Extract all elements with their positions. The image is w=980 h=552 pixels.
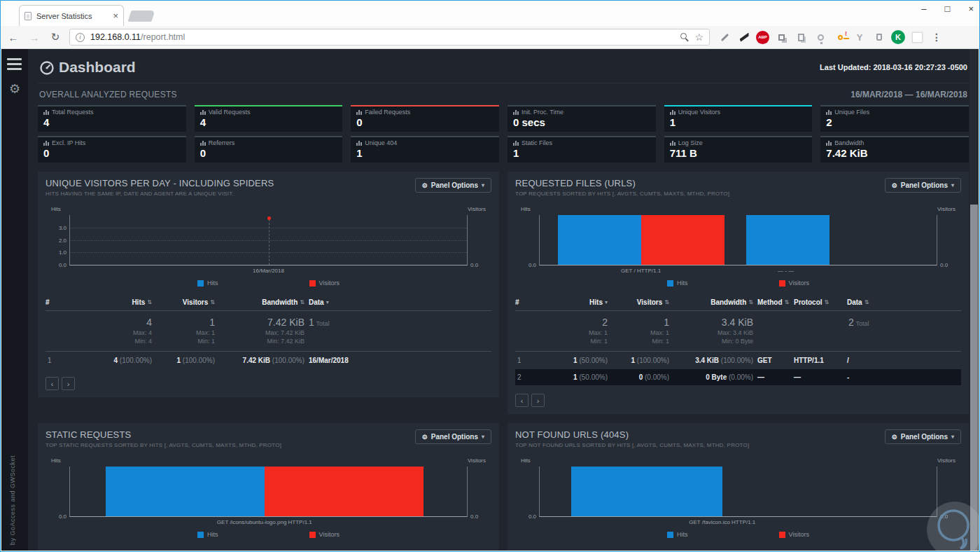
panel-options-button[interactable]: ⚙Panel Options▾ (415, 178, 491, 193)
column-header-bandwidth[interactable]: Bandwidth⇅ (200, 550, 284, 551)
address-bar[interactable]: i 192.168.0.11/report.html ☆ (69, 29, 710, 46)
browser-menu-icon[interactable]: ⋮ (929, 29, 944, 45)
column-header-protocol[interactable]: Protocol⇅ (324, 550, 377, 551)
column-header-index[interactable]: # (515, 550, 543, 551)
hamburger-menu-icon[interactable] (7, 58, 22, 70)
card-valid-requests: Valid Requests4 (195, 105, 343, 132)
forward-button[interactable]: → (27, 32, 41, 43)
stylus-extension-icon[interactable] (717, 29, 732, 45)
prev-page-button[interactable]: ‹ (515, 394, 528, 407)
column-header-index[interactable]: # (515, 298, 543, 306)
column-header-data[interactable]: Data⇅ (847, 298, 961, 306)
y-tick: 2.0 (51, 237, 66, 243)
panel-options-button[interactable]: ⚙Panel Options▾ (885, 429, 961, 444)
bar-chart-icon (513, 110, 519, 115)
keepass-extension-icon[interactable]: K (891, 30, 905, 44)
screenshot-extension-icon[interactable] (736, 29, 752, 45)
summary-row: 4Max: 4Min: 4 1Max: 1Min: 1 7.42 KiBMax:… (46, 311, 491, 352)
bookmark-star-icon[interactable]: ☆ (694, 32, 704, 43)
column-header-method[interactable]: Method⇅ (753, 550, 794, 551)
chart-legend: Hits Visitors (48, 531, 489, 538)
static-requests-bar-chart[interactable]: Hits Visitors 0.0 0.0 GET /icons/ubuntu-… (48, 467, 489, 538)
prev-page-button[interactable]: ‹ (46, 377, 59, 390)
table-row[interactable]: 1 1 (50.00%) 1 (100.00%) 3.4 KiB (100.00… (515, 352, 961, 368)
column-header-data[interactable]: Data▾ (304, 298, 491, 306)
zoom-icon[interactable] (680, 33, 689, 41)
back-button[interactable]: ← (6, 32, 20, 43)
column-header-visitors[interactable]: Visitors⇅ (608, 298, 669, 306)
visitors-data-point[interactable] (267, 216, 271, 220)
column-header-bandwidth[interactable]: Bandwidth⇅ (669, 298, 753, 306)
hits-bar[interactable] (106, 467, 265, 516)
column-header-visitors[interactable]: Visitors⇅ (152, 298, 215, 306)
visitors-line-chart[interactable]: Hits Visitors 3.0 2.0 1.0 0.0 0.0 16/Mar… (48, 215, 489, 287)
maximize-button[interactable]: □ (945, 4, 951, 14)
column-header-protocol[interactable]: Protocol⇅ (794, 298, 847, 306)
column-header-hits[interactable]: Hits▾ (543, 298, 608, 306)
settings-gear-icon[interactable]: ⚙ (1, 81, 28, 97)
table-row[interactable]: 2 1 (50.00%) 0 (0.00%) 0 Byte (0.00%) — … (515, 368, 961, 385)
scrollbar-thumb[interactable] (970, 205, 978, 551)
not-found-table: # Hits▾ Visitors⇅ Bandwidth⇅ Method⇅ Pro… (515, 548, 961, 551)
y-axis-label-hits: Hits (51, 206, 61, 212)
page-info-icon[interactable]: i (76, 33, 85, 42)
blank-extension-icon[interactable] (909, 29, 925, 45)
column-header-hits[interactable]: Hits▾ (74, 550, 138, 551)
card-value: 7.42 KiB (826, 147, 963, 159)
column-header-index[interactable]: # (46, 298, 82, 306)
adblock-extension-icon[interactable]: ABP (756, 31, 769, 44)
antenna-extension-icon[interactable]: Y (852, 29, 867, 45)
hits-legend-swatch (197, 532, 204, 538)
browser-titlebar: Server Statistics × – □ × (1, 1, 979, 26)
next-page-button[interactable]: › (531, 394, 545, 407)
hits-bar[interactable] (558, 215, 641, 265)
column-header-data[interactable]: Data⇅ (377, 550, 491, 551)
minimize-button[interactable]: – (921, 4, 926, 14)
hits-legend-swatch (667, 280, 673, 287)
panel-unique-visitors: UNIQUE VISITORS PER DAY - INCLUDING SPID… (38, 172, 499, 397)
not-found-bar-chart[interactable]: Hits Visitors 0.0 0.0 GET /favicon.ico H… (518, 467, 958, 538)
x-tick-category: GET /favicon.ico HTTP/1.1 (689, 519, 755, 525)
table-row[interactable]: 1 4 (100.00%) 1 (100.00%) 7.42 KiB (100.… (46, 352, 491, 368)
windows-extension-icon[interactable] (774, 29, 789, 45)
requested-files-bar-chart[interactable]: Hits Visitors 0.0 0.0 GET / HTTP/1.1 — -… (518, 215, 958, 287)
hits-bar[interactable] (571, 467, 722, 516)
column-header-index[interactable]: # (46, 550, 74, 551)
visitors-bar[interactable] (265, 467, 424, 516)
tab-close-icon[interactable]: × (113, 11, 118, 21)
column-header-method[interactable]: Method⇅ (284, 550, 324, 551)
column-header-visitors[interactable]: Visitors⇅ (138, 550, 200, 551)
column-header-visitors[interactable]: Visitors⇅ (608, 550, 669, 551)
refresh-button[interactable]: ↻ (48, 31, 62, 43)
gear-icon: ⚙ (422, 434, 428, 441)
column-header-bandwidth[interactable]: Bandwidth⇅ (669, 550, 753, 551)
column-header-hits[interactable]: Hits⇅ (82, 298, 152, 306)
x-tick-category: GET / HTTP/1.1 (621, 268, 661, 274)
y-tick: 3.0 (51, 224, 66, 230)
copy-extension-icon[interactable] (793, 29, 808, 45)
close-button[interactable]: × (968, 4, 974, 14)
card-value: 4 (43, 116, 181, 128)
new-tab-button[interactable] (127, 11, 155, 22)
summary-row: 2Max: 1Min: 1 1Max: 1Min: 1 3.4 KiBMax: … (515, 311, 961, 352)
hits-bar[interactable] (746, 215, 830, 265)
card-label: Bandwidth (834, 139, 864, 146)
key-extension-icon[interactable]: ! (832, 29, 848, 45)
scrollbar-track[interactable] (969, 49, 979, 551)
column-header-method[interactable]: Method⇅ (753, 298, 794, 306)
bin-extension-icon[interactable] (872, 29, 887, 45)
visitors-legend-swatch (309, 280, 316, 287)
card-value: 2 (826, 116, 963, 128)
card-label: Valid Requests (209, 109, 251, 116)
sort-icon: ⇅ (825, 299, 830, 305)
panel-options-button[interactable]: ⚙Panel Options▾ (415, 429, 491, 444)
lightbulb-extension-icon[interactable] (813, 29, 828, 45)
panel-subtitle: TOP STATIC REQUESTS SORTED BY HITS [, AV… (46, 442, 281, 448)
column-header-protocol[interactable]: Protocol⇅ (794, 550, 847, 551)
column-header-bandwidth[interactable]: Bandwidth⇅ (215, 298, 304, 306)
visitors-bar[interactable] (641, 215, 724, 265)
next-page-button[interactable]: › (62, 377, 75, 390)
column-header-hits[interactable]: Hits▾ (543, 550, 608, 551)
browser-tab[interactable]: Server Statistics × (19, 5, 124, 26)
panel-options-button[interactable]: ⚙Panel Options▾ (885, 178, 961, 193)
